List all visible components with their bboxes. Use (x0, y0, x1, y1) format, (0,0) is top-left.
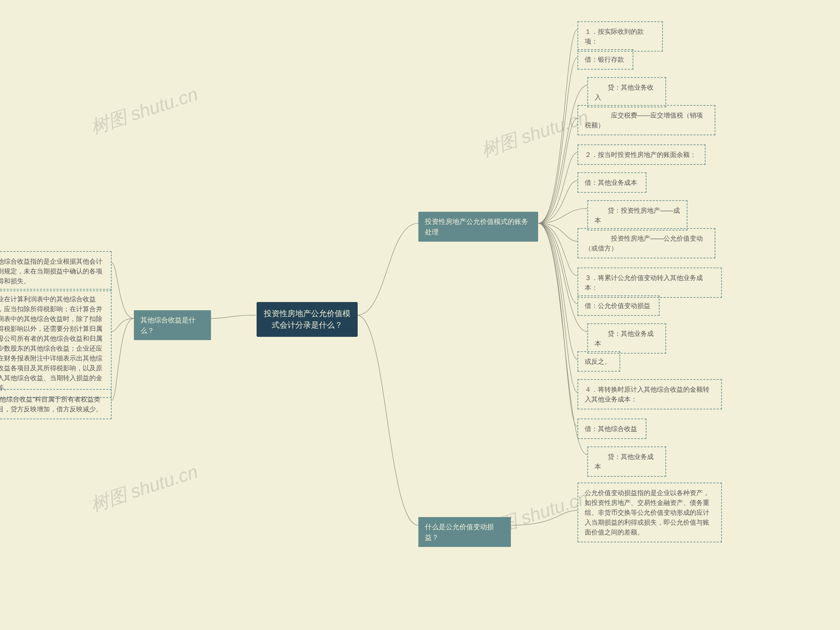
leaf-text: "其他综合收益"科目属于所有者权益类科目，贷方反映增加，借方反映减少。 (0, 396, 103, 413)
leaf-text: 借：公允价值变动损益 (585, 302, 651, 309)
leaf-node: 应交税费——应交增值税（销项税额） (578, 105, 715, 135)
leaf-node: ４．将转换时原计入其他综合收益的金额转入其他业务成本： (578, 379, 722, 409)
leaf-node: 借：银行存款 (578, 49, 633, 70)
branch-label: 其他综合收益是什么？ (141, 316, 196, 334)
leaf-text: 借：其他业务成本 (585, 179, 637, 186)
leaf-text: 企业在计算利润表中的其他综合收益时，应当扣除所得税影响；在计算合并利润表中的其他… (0, 296, 103, 391)
branch-fair-value-gain-loss: 什么是公允价值变动损益？ (418, 517, 511, 547)
root-title: 投资性房地产公允价值模 式会计分录是什么？ (264, 309, 351, 329)
leaf-node: 其他综合收益指的是企业根据其他会计准则规定，未在当期损益中确认的各项利得和损失。 (0, 251, 112, 291)
leaf-text: 投资性房地产——公允价值变动（或借方） (585, 235, 703, 252)
watermark: 树图 shutu.cn (88, 82, 201, 140)
branch-other-comprehensive-income: 其他综合收益是什么？ (134, 310, 211, 340)
leaf-node: ２．按当时投资性房地产的账面余额： (578, 144, 706, 165)
branch-label: 投资性房地产公允价值模式的账务 处理 (425, 218, 528, 236)
branch-accounting-treatment: 投资性房地产公允价值模式的账务 处理 (418, 212, 538, 242)
leaf-node: 贷：其他业务成本 (587, 446, 666, 477)
leaf-node: 借：其他业务成本 (578, 173, 646, 193)
leaf-node: 借：其他综合收益 (578, 419, 646, 439)
leaf-text: 或反之。 (585, 358, 611, 365)
leaf-node: 贷：其他业务收入 (587, 77, 666, 108)
leaf-node: 公允价值变动损益指的是企业以各种资产，如投资性房地产、交易性金融资产、债务重组、… (578, 483, 722, 542)
leaf-node: 贷：投资性房地产——成本 (587, 200, 687, 231)
leaf-text: 贷：其他业务成本 (595, 453, 654, 470)
leaf-text: 其他综合收益指的是企业根据其他会计准则规定，未在当期损益中确认的各项利得和损失。 (0, 258, 103, 285)
leaf-node: 或反之。 (578, 351, 620, 372)
leaf-text: 借：银行存款 (585, 56, 624, 63)
watermark: 树图 shutu.cn (478, 105, 592, 163)
leaf-text: 贷：其他业务成本 (595, 330, 654, 347)
leaf-text: ２．按当时投资性房地产的账面余额： (585, 151, 696, 158)
leaf-node: 企业在计算利润表中的其他综合收益时，应当扣除所得税影响；在计算合并利润表中的其他… (0, 289, 112, 398)
branch-label: 什么是公允价值变动损益？ (425, 523, 494, 541)
watermark: 树图 shutu.cn (88, 459, 201, 518)
leaf-node: "其他综合收益"科目属于所有者权益类科目，贷方反映增加，借方反映减少。 (0, 389, 112, 419)
leaf-text: ４．将转换时原计入其他综合收益的金额转入其他业务成本： (585, 386, 709, 403)
leaf-text: 应交税费——应交增值税（销项税额） (585, 112, 703, 129)
leaf-text: １．按实际收到的款项： (585, 28, 644, 45)
leaf-node: １．按实际收到的款项： (578, 21, 663, 52)
leaf-text: ３．将累计公允价值变动转入其他业务成本： (585, 274, 703, 291)
leaf-node: ３．将累计公允价值变动转入其他业务成本： (578, 268, 722, 298)
leaf-text: 借：其他综合收益 (585, 425, 637, 432)
root-node: 投资性房地产公允价值模 式会计分录是什么？ (257, 302, 358, 337)
leaf-text: 公允价值变动损益指的是企业以各种资产，如投资性房地产、交易性金融资产、债务重组、… (585, 489, 709, 536)
leaf-node: 贷：其他业务成本 (587, 323, 666, 354)
leaf-text: 贷：投资性房地产——成本 (595, 207, 680, 224)
leaf-node: 投资性房地产——公允价值变动（或借方） (578, 228, 715, 258)
leaf-node: 借：公允价值变动损益 (578, 296, 660, 316)
leaf-text: 贷：其他业务收入 (595, 84, 654, 101)
